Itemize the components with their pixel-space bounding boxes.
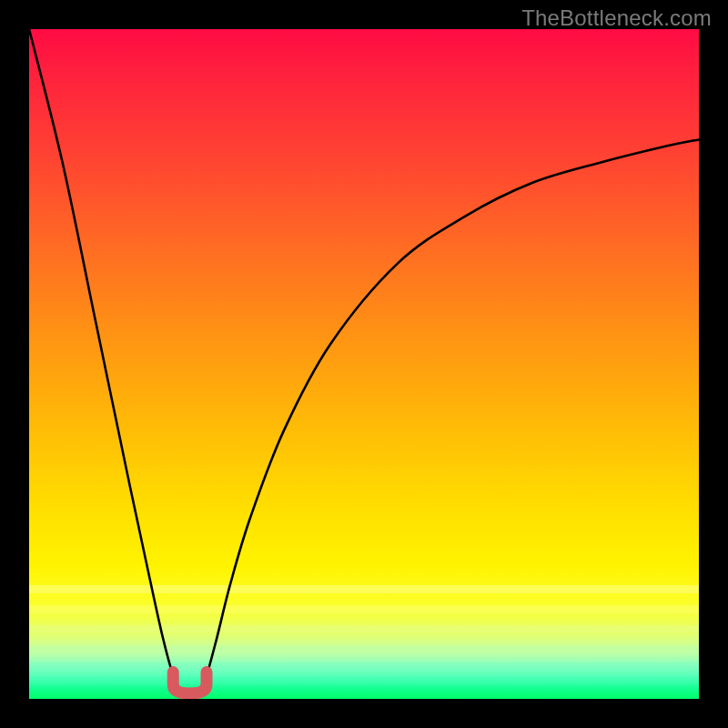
- plot-area: [29, 29, 699, 699]
- curve-svg: [29, 29, 699, 699]
- attribution-text: TheBottleneck.com: [521, 5, 712, 31]
- bottleneck-curve: [29, 29, 699, 699]
- marker-u: [173, 672, 207, 693]
